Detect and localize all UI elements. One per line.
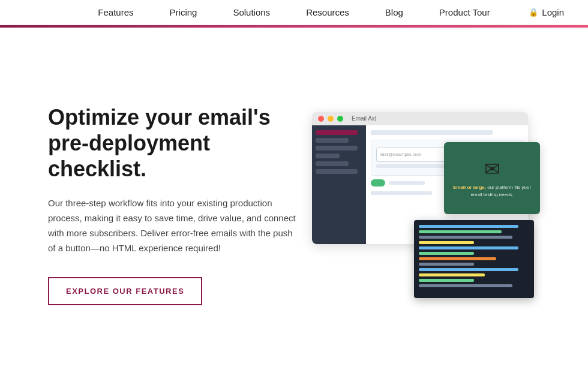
lock-icon: 🔒 (529, 8, 538, 17)
envelope-icon: ✉ (484, 158, 500, 181)
sidebar-item-5 (316, 161, 349, 166)
nav-pricing[interactable]: Pricing (170, 7, 197, 17)
content-header (371, 130, 493, 135)
nav-solutions[interactable]: Solutions (233, 7, 270, 17)
app-sidebar (312, 125, 366, 244)
card-line-2 (371, 191, 432, 195)
overlay-text: Small or large, our platform fits your e… (444, 184, 540, 197)
main-nav: Features Pricing Solutions Resources Blo… (0, 0, 588, 25)
nav-features[interactable]: Features (98, 7, 133, 17)
titlebar: Email Aid (312, 112, 528, 125)
code-line-8 (419, 263, 474, 266)
code-line-11 (419, 279, 474, 282)
hero-heading: Optimize your email's pre-deployment che… (48, 104, 300, 182)
sidebar-item-6 (316, 169, 358, 174)
nav-links: Features Pricing Solutions Resources Blo… (98, 7, 490, 17)
dot-yellow (328, 116, 334, 122)
code-line-3 (419, 236, 512, 239)
toggle-mock (371, 179, 385, 186)
green-overlay-card: ✉ Small or large, our platform fits your… (444, 142, 540, 214)
code-line-2 (419, 230, 502, 233)
code-line-10 (419, 273, 485, 276)
code-line-7 (419, 257, 496, 260)
code-line-5 (419, 246, 518, 249)
code-overlay (414, 220, 534, 298)
app-title: Email Aid (352, 115, 377, 122)
nav-resources[interactable]: Resources (306, 7, 349, 17)
sidebar-item-2 (316, 138, 349, 143)
nav-product-tour[interactable]: Product Tour (439, 7, 490, 17)
explore-features-button[interactable]: EXPLORE OUR FEATURES (48, 277, 202, 305)
dot-red (318, 116, 324, 122)
code-line-6 (419, 252, 474, 255)
input-text: test@example.com (380, 152, 422, 157)
login-button[interactable]: 🔒 Login (529, 7, 564, 17)
toggle-label (389, 181, 425, 185)
code-line-1 (419, 225, 518, 228)
sidebar-item-3 (316, 146, 358, 151)
hero-section: Optimize your email's pre-deployment che… (0, 28, 588, 370)
hero-text-block: Optimize your email's pre-deployment che… (48, 104, 300, 306)
code-line-4 (419, 241, 474, 244)
sidebar-item-1 (316, 130, 358, 135)
hero-body: Our three-step workflow fits into your e… (48, 196, 300, 255)
dot-green (337, 116, 343, 122)
nav-blog[interactable]: Blog (385, 7, 403, 17)
code-line-12 (419, 284, 512, 287)
login-label: Login (542, 7, 564, 17)
hero-image: Email Aid test@example.com (312, 112, 540, 298)
sidebar-item-4 (316, 154, 340, 158)
overlay-highlight: Small or large, (453, 185, 486, 190)
code-line-9 (419, 268, 518, 271)
